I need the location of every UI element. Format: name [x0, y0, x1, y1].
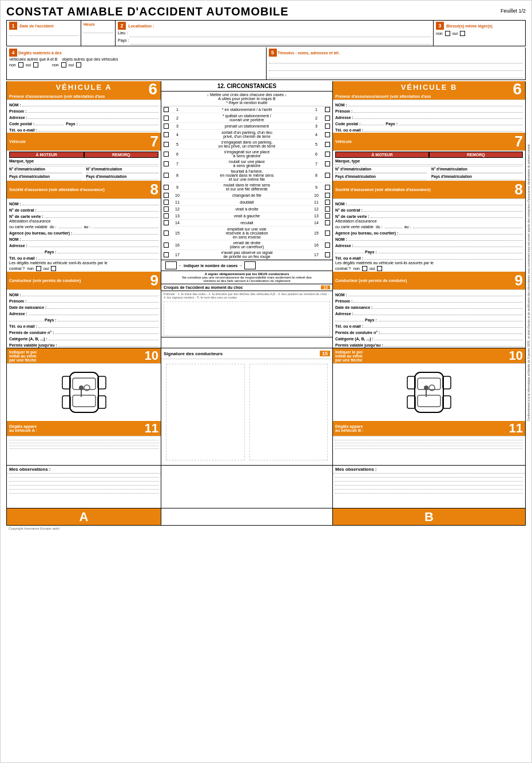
circ-cb-9-right[interactable]	[325, 185, 330, 190]
heure-label: Heure	[84, 22, 95, 26]
field1-number: 1	[9, 22, 17, 30]
sect9a-num: 9	[148, 272, 161, 289]
sect11a-header: Dégâts appareau véhicule A : 11	[7, 421, 161, 436]
oui-cb3[interactable]	[76, 62, 81, 67]
a-moteur-label: À MOTEUR	[9, 152, 84, 158]
circ-cb-6-right[interactable]	[325, 152, 330, 157]
oui2-a: oui	[43, 267, 49, 271]
circ-cb-13-right[interactable]	[325, 213, 330, 218]
circ-cb-12-left[interactable]	[164, 206, 169, 212]
nom-label-b: NOM :	[335, 103, 347, 107]
side-text: Conformément à la loi informatique et li…	[527, 144, 530, 422]
circ-cb-15-right[interactable]	[325, 231, 330, 236]
oui-checkbox[interactable]	[460, 31, 465, 36]
sect8a-label: Société d'assurance (voir attestation d'…	[7, 181, 148, 198]
circ-item-16: 16 venait de droite(dans un carrefour) 1…	[161, 240, 332, 250]
pays-immat2-label-b: Pays d'immatriculation	[431, 174, 523, 178]
non-cb3[interactable]	[61, 62, 66, 67]
circ-cb-10-left[interactable]	[164, 193, 169, 198]
immat2-label-a: N° d'immatriculation	[86, 167, 159, 171]
circ-cb-1-left[interactable]	[164, 107, 169, 112]
circ-cb-1-right[interactable]	[325, 107, 330, 112]
circ-cb-14-right[interactable]	[325, 220, 330, 225]
page: CONSTAT AMIABLE D'ACCIDENT AUTOMOBILE Fe…	[0, 0, 532, 763]
circ-cb-2-left[interactable]	[164, 116, 169, 121]
circ-cb-6-left[interactable]	[164, 152, 169, 157]
non2-b: non	[353, 267, 360, 271]
non-cb-8a[interactable]	[36, 266, 41, 271]
au-a: au :	[84, 225, 91, 229]
obs-a: Mes observations :	[7, 466, 161, 508]
circ-cb-2-right[interactable]	[325, 116, 330, 121]
circ-cb-4-right[interactable]	[325, 132, 330, 137]
sect8b-num: 8	[513, 181, 525, 198]
circ-cb-8-left[interactable]	[164, 173, 169, 178]
circ-cb-12-right[interactable]	[325, 206, 330, 212]
oui-cb2[interactable]	[33, 62, 38, 67]
circ-cb-9-left[interactable]	[164, 185, 169, 190]
field3-number: 3	[436, 22, 444, 30]
count-box-right	[244, 261, 256, 269]
circ-cb-8-right[interactable]	[325, 173, 330, 178]
du-b: du :	[376, 225, 383, 229]
bottom-col-b: Indiquer le poiinitial au véhicpar une f…	[333, 348, 525, 465]
sect8b-label: Société d'assurance (voir attestation d'…	[333, 181, 513, 198]
col-circ: 12. CIRCONSTANCES ↓ Mettre une croix dan…	[161, 81, 333, 348]
contrat2-b: contrat ?	[335, 267, 351, 271]
oui-cb-8a[interactable]	[51, 266, 56, 271]
oui-label: oui	[452, 31, 458, 35]
circ-item-14: 14 reculait 14	[161, 220, 332, 226]
circ-text-11: doublait	[182, 200, 312, 204]
circ-cb-3-left[interactable]	[164, 124, 169, 129]
circ-cb-7-left[interactable]	[164, 161, 169, 166]
circ-cb-3-right[interactable]	[325, 124, 330, 129]
circ-sub2: * Rayer la mention inutile	[164, 101, 330, 105]
circ-cb-17-left[interactable]	[164, 252, 169, 257]
field2-label: Localisation :	[128, 24, 154, 28]
circ-cb-14-left[interactable]	[164, 220, 169, 225]
circ-cb-5-left[interactable]	[164, 142, 169, 147]
circ-cb-5-right[interactable]	[325, 142, 330, 147]
non-cb-8b[interactable]	[362, 266, 367, 271]
non-checkbox[interactable]	[445, 31, 450, 36]
sect6b-header: Preneur d'assurance/assuré (voir attesta…	[333, 93, 525, 100]
circ-cb-7-right[interactable]	[325, 161, 330, 166]
circ-text-12: virait à droite	[182, 207, 312, 211]
circ-cb-10-right[interactable]	[325, 193, 330, 198]
circ-instruction: ↓ Mettre une croix dans chacune des case…	[161, 92, 332, 106]
degats-assures-b: Les dégâts matériels au véhicule sont-il…	[335, 261, 523, 265]
svg-rect-15	[407, 396, 415, 408]
immat2-label-b: N° d'immatriculation	[431, 167, 523, 171]
circ-cb-16-left[interactable]	[164, 243, 169, 248]
sect8a-header: Société d'assurance (voir attestation d'…	[7, 181, 161, 199]
circ-item-4: 4 sortait d'un parking, d'un lieuprivé, …	[161, 130, 332, 140]
field5-label: Témoins : noms, adresses et tél.	[278, 51, 340, 55]
sig-b-box[interactable]	[249, 364, 328, 460]
adresse3-b: Adresse :	[335, 312, 354, 316]
sect8a-content: NOM : N° de contrat : N° de carte verte …	[7, 199, 161, 272]
sect7a-label: Véhicule	[7, 133, 148, 150]
circ-cb-13-left[interactable]	[164, 213, 169, 218]
circ-cb-4-left[interactable]	[164, 132, 169, 137]
attestation-label-a: Attestation d'assurance	[9, 219, 158, 223]
non2-a: non	[27, 267, 34, 271]
dob-a: Date de naissance :	[9, 305, 46, 309]
circ-cb-11-left[interactable]	[164, 200, 169, 205]
circ-instr-text: ↓ Mettre une croix dans chacune des case…	[164, 93, 330, 97]
nom2-b: NOM :	[335, 202, 347, 206]
circ-cb-17-right[interactable]	[325, 252, 330, 257]
circ-cb-15-left[interactable]	[164, 231, 169, 236]
tel2-b: Tél. ou e-mail :	[335, 256, 363, 260]
count-arrow-text: ← indiquer le nombre de cases →	[178, 264, 243, 268]
sect10a-header: Indiquer le poiinitial au véhicpar une f…	[7, 348, 161, 364]
circ-cb-16-right[interactable]	[325, 243, 330, 248]
car-diagram-b	[333, 364, 525, 421]
oui-cb-8b[interactable]	[377, 266, 382, 271]
circ-cb-11-right[interactable]	[325, 200, 330, 205]
field4b: objets autres que des véhicules	[62, 57, 118, 61]
circ-item-7: 7 roulait sur une placeà sens giratoire …	[161, 159, 332, 169]
sig-a-box[interactable]	[166, 364, 245, 460]
sect7a-num: 7	[148, 133, 161, 150]
non-cb2[interactable]	[18, 62, 23, 67]
circ-items-list: 1 * en stationnement / à l'arrêt 1 2 * q…	[161, 106, 332, 260]
